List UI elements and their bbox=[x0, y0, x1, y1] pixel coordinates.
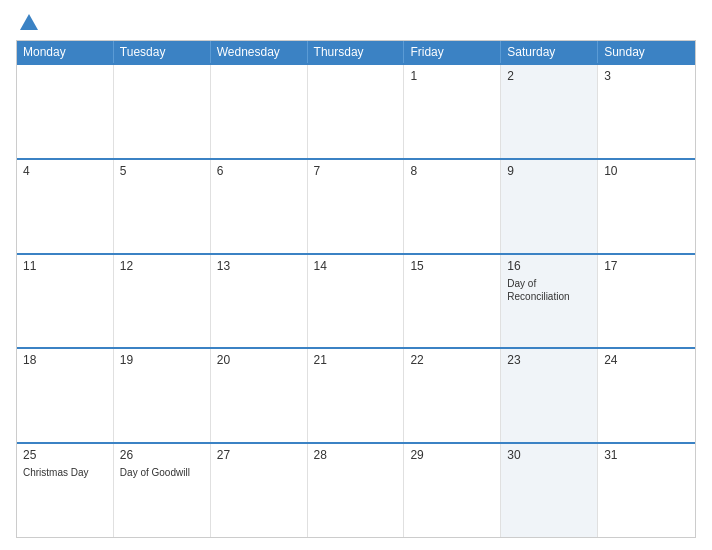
calendar-cell: 19 bbox=[114, 349, 211, 442]
day-header-saturday: Saturday bbox=[501, 41, 598, 63]
day-header-monday: Monday bbox=[17, 41, 114, 63]
cell-event: Christmas Day bbox=[23, 466, 107, 479]
calendar-cell: 5 bbox=[114, 160, 211, 253]
cell-day-number: 18 bbox=[23, 353, 107, 367]
cell-day-number: 27 bbox=[217, 448, 301, 462]
week-3: 111213141516Day of Reconciliation17 bbox=[17, 253, 695, 348]
day-header-tuesday: Tuesday bbox=[114, 41, 211, 63]
calendar-cell: 23 bbox=[501, 349, 598, 442]
calendar-cell: 15 bbox=[404, 255, 501, 348]
cell-day-number: 7 bbox=[314, 164, 398, 178]
calendar-grid: MondayTuesdayWednesdayThursdayFridaySatu… bbox=[16, 40, 696, 538]
cell-day-number: 29 bbox=[410, 448, 494, 462]
cell-day-number: 26 bbox=[120, 448, 204, 462]
calendar-cell: 4 bbox=[17, 160, 114, 253]
day-header-sunday: Sunday bbox=[598, 41, 695, 63]
cell-day-number: 31 bbox=[604, 448, 689, 462]
cell-day-number: 4 bbox=[23, 164, 107, 178]
calendar-cell: 3 bbox=[598, 65, 695, 158]
calendar-cell: 31 bbox=[598, 444, 695, 537]
cell-day-number: 13 bbox=[217, 259, 301, 273]
cell-day-number: 25 bbox=[23, 448, 107, 462]
weeks-container: 12345678910111213141516Day of Reconcilia… bbox=[17, 63, 695, 537]
calendar-cell: 10 bbox=[598, 160, 695, 253]
cell-day-number: 8 bbox=[410, 164, 494, 178]
calendar-cell: 27 bbox=[211, 444, 308, 537]
calendar-cell: 25Christmas Day bbox=[17, 444, 114, 537]
calendar-cell bbox=[308, 65, 405, 158]
calendar-cell: 1 bbox=[404, 65, 501, 158]
calendar-cell: 7 bbox=[308, 160, 405, 253]
calendar-cell: 30 bbox=[501, 444, 598, 537]
calendar-cell: 21 bbox=[308, 349, 405, 442]
week-2: 45678910 bbox=[17, 158, 695, 253]
calendar-cell: 28 bbox=[308, 444, 405, 537]
cell-day-number: 11 bbox=[23, 259, 107, 273]
cell-day-number: 20 bbox=[217, 353, 301, 367]
cell-day-number: 1 bbox=[410, 69, 494, 83]
calendar-cell: 29 bbox=[404, 444, 501, 537]
cell-day-number: 19 bbox=[120, 353, 204, 367]
calendar-cell: 8 bbox=[404, 160, 501, 253]
day-header-wednesday: Wednesday bbox=[211, 41, 308, 63]
cell-day-number: 9 bbox=[507, 164, 591, 178]
cell-event: Day of Reconciliation bbox=[507, 277, 591, 303]
calendar-cell: 12 bbox=[114, 255, 211, 348]
calendar-cell bbox=[17, 65, 114, 158]
cell-day-number: 22 bbox=[410, 353, 494, 367]
calendar-cell: 22 bbox=[404, 349, 501, 442]
calendar-cell: 17 bbox=[598, 255, 695, 348]
cell-day-number: 5 bbox=[120, 164, 204, 178]
calendar-cell: 11 bbox=[17, 255, 114, 348]
day-header-friday: Friday bbox=[404, 41, 501, 63]
calendar-cell bbox=[114, 65, 211, 158]
cell-day-number: 16 bbox=[507, 259, 591, 273]
cell-day-number: 2 bbox=[507, 69, 591, 83]
calendar-header bbox=[16, 12, 696, 34]
calendar-cell: 9 bbox=[501, 160, 598, 253]
week-1: 123 bbox=[17, 63, 695, 158]
cell-day-number: 23 bbox=[507, 353, 591, 367]
calendar-cell bbox=[211, 65, 308, 158]
calendar-cell: 14 bbox=[308, 255, 405, 348]
calendar-cell: 18 bbox=[17, 349, 114, 442]
svg-marker-0 bbox=[20, 14, 38, 30]
day-header-thursday: Thursday bbox=[308, 41, 405, 63]
day-headers-row: MondayTuesdayWednesdayThursdayFridaySatu… bbox=[17, 41, 695, 63]
logo bbox=[16, 12, 40, 34]
cell-day-number: 28 bbox=[314, 448, 398, 462]
calendar-cell: 13 bbox=[211, 255, 308, 348]
cell-day-number: 3 bbox=[604, 69, 689, 83]
cell-day-number: 10 bbox=[604, 164, 689, 178]
calendar-cell: 24 bbox=[598, 349, 695, 442]
cell-day-number: 15 bbox=[410, 259, 494, 273]
cell-day-number: 12 bbox=[120, 259, 204, 273]
cell-day-number: 17 bbox=[604, 259, 689, 273]
calendar-cell: 6 bbox=[211, 160, 308, 253]
logo-icon bbox=[18, 12, 40, 34]
calendar-cell: 20 bbox=[211, 349, 308, 442]
cell-day-number: 14 bbox=[314, 259, 398, 273]
calendar-cell: 2 bbox=[501, 65, 598, 158]
cell-day-number: 21 bbox=[314, 353, 398, 367]
cell-day-number: 24 bbox=[604, 353, 689, 367]
cell-day-number: 30 bbox=[507, 448, 591, 462]
week-5: 25Christmas Day26Day of Goodwill27282930… bbox=[17, 442, 695, 537]
calendar-cell: 26Day of Goodwill bbox=[114, 444, 211, 537]
cell-event: Day of Goodwill bbox=[120, 466, 204, 479]
cell-day-number: 6 bbox=[217, 164, 301, 178]
calendar-page: MondayTuesdayWednesdayThursdayFridaySatu… bbox=[0, 0, 712, 550]
week-4: 18192021222324 bbox=[17, 347, 695, 442]
calendar-cell: 16Day of Reconciliation bbox=[501, 255, 598, 348]
